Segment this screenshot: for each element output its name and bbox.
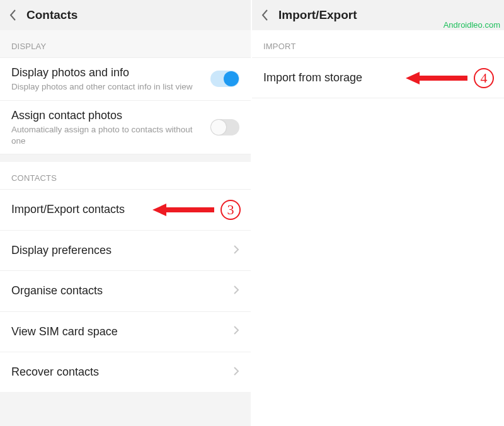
bottom-gap-right: [252, 98, 504, 426]
section-display-label: DISPLAY: [0, 30, 251, 58]
chevron-right-icon: [233, 245, 239, 257]
back-icon[interactable]: [6, 8, 20, 22]
row-assign-photos[interactable]: Assign contact photos Automatically assi…: [0, 101, 251, 154]
row-view-sim[interactable]: View SIM card space: [0, 312, 251, 352]
display-photos-sub: Display photos and other contact info in…: [11, 81, 204, 93]
row-display-preferences[interactable]: Display preferences: [0, 231, 251, 271]
chevron-right-icon: [233, 325, 239, 338]
import-export-label: Import/Export contacts: [11, 202, 227, 217]
assign-photos-sub: Automatically assign a photo to contacts…: [11, 124, 204, 146]
import-from-storage-label: Import from storage: [263, 71, 493, 85]
contacts-settings-panel: Contacts DISPLAY Display photos and info…: [0, 0, 252, 426]
assign-photos-title: Assign contact photos: [11, 108, 204, 123]
display-preferences-label: Display preferences: [11, 243, 227, 258]
display-photos-title: Display photos and info: [11, 66, 204, 80]
organise-contacts-label: Organise contacts: [11, 284, 227, 298]
header-left: Contacts: [0, 0, 251, 30]
row-import-from-storage[interactable]: Import from storage 4: [252, 58, 504, 98]
toggle-assign-photos[interactable]: [210, 119, 239, 135]
row-organise-contacts[interactable]: Organise contacts: [0, 271, 251, 311]
back-icon[interactable]: [258, 8, 272, 22]
chevron-right-icon: [233, 285, 239, 297]
row-import-export[interactable]: Import/Export contacts 3: [0, 190, 251, 230]
section-contacts-label: CONTACTS: [0, 162, 251, 190]
recover-contacts-label: Recover contacts: [11, 365, 227, 379]
page-title-left: Contacts: [26, 8, 77, 22]
section-gap: [0, 154, 251, 162]
section-import-label: IMPORT: [252, 30, 504, 58]
row-display-photos[interactable]: Display photos and info Display photos a…: [0, 58, 251, 101]
import-export-panel: Import/Export Androidleo.com IMPORT Impo…: [252, 0, 504, 426]
view-sim-label: View SIM card space: [11, 325, 227, 339]
toggle-display-photos[interactable]: [210, 71, 239, 87]
row-recover-contacts[interactable]: Recover contacts: [0, 352, 251, 392]
chevron-right-icon: [233, 204, 239, 216]
watermark: Androidleo.com: [444, 20, 500, 30]
header-right: Import/Export Androidleo.com: [252, 0, 504, 30]
chevron-right-icon: [233, 366, 239, 379]
bottom-gap-left: [0, 392, 251, 426]
page-title-right: Import/Export: [278, 8, 357, 22]
